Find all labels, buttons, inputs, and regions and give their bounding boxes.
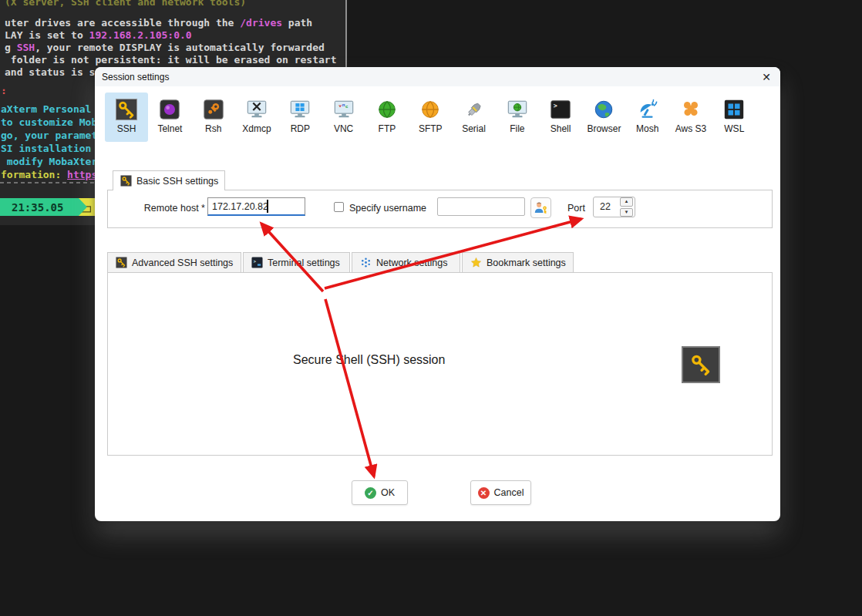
ssh-session-key-icon	[682, 346, 720, 383]
awss3-icon	[679, 98, 702, 121]
terminal-text-segment: :	[1, 85, 7, 96]
ftp-icon	[375, 98, 399, 121]
session-type-wsl[interactable]: WSL	[712, 93, 756, 142]
network-icon	[360, 257, 372, 268]
cancel-label: Cancel	[494, 487, 524, 498]
port-spin-buttons: ▲ ▼	[620, 197, 635, 217]
session-type-label: Aws S3	[675, 123, 706, 134]
tab-label: Advanced SSH settings	[132, 258, 233, 268]
tab-bookmark-settings[interactable]: Bookmark settings	[462, 252, 574, 273]
session-type-rdp[interactable]: RDP	[278, 93, 322, 142]
session-type-ftp[interactable]: FTP	[365, 93, 409, 142]
session-type-file[interactable]: File	[496, 93, 539, 142]
port-stepper[interactable]: 22 ▲ ▼	[593, 197, 635, 217]
terminal-text-segment: folder is not persistent: it will be era…	[5, 54, 336, 66]
session-type-telnet[interactable]: Telnet	[148, 93, 191, 142]
remote-host-input[interactable]: 172.17.20.82	[207, 197, 305, 216]
status-clock-segment: 21:35.05	[0, 198, 87, 216]
terminal-separator	[0, 182, 96, 183]
tab-label: Network settings	[376, 258, 447, 268]
session-description: Secure Shell (SSH) session	[293, 353, 445, 367]
terminal-line: SI installation	[1, 143, 91, 155]
rsh-icon	[202, 98, 225, 121]
terminal-line: go, your paramet	[1, 130, 97, 142]
star-icon	[470, 257, 482, 268]
ok-button[interactable]: ✓ OK	[352, 480, 408, 505]
session-type-label: Xdmcp	[242, 123, 271, 134]
session-type-vnc[interactable]: vncVNC	[322, 93, 365, 142]
rdp-icon	[288, 98, 311, 121]
terminal-text-segment: path	[282, 17, 312, 29]
port-spin-down[interactable]: ▼	[620, 208, 633, 217]
remote-host-value: 172.17.20.82	[212, 201, 268, 212]
terminal-line: folder is not persistent: it will be era…	[5, 54, 336, 66]
terminal-text-segment: SSH	[17, 42, 35, 53]
remote-host-label: Remote host *	[126, 203, 205, 214]
port-value: 22	[594, 197, 620, 217]
tab-advanced-ssh-settings[interactable]: Advanced SSH settings	[107, 252, 241, 273]
file-icon	[506, 98, 529, 121]
dialog-titlebar[interactable]: Session settings ✕	[95, 67, 780, 86]
cancel-button[interactable]: ✕ Cancel	[470, 480, 531, 505]
port-spin-up[interactable]: ▲	[620, 197, 633, 207]
terminal-text-segment: to customize Mob	[1, 116, 97, 128]
cancel-x-icon: ✕	[478, 487, 490, 499]
terminal-text-segment: https	[67, 169, 97, 180]
select-user-button[interactable]	[530, 197, 551, 218]
terminal-scrollbar[interactable]	[345, 0, 347, 68]
wsl-icon	[722, 98, 746, 121]
session-type-browser[interactable]: Browser	[582, 93, 625, 142]
tab-basic-ssh-settings[interactable]: Basic SSH settings	[113, 170, 225, 190]
terminal-line: g SSH, your remote DISPLAY is automatica…	[5, 42, 325, 54]
terminal-text-segment: go, your paramet	[1, 130, 97, 141]
session-type-label: File	[510, 123, 524, 134]
terminal-line: aXterm Personal	[1, 103, 91, 116]
session-type-rsh[interactable]: Rsh	[192, 93, 235, 142]
vnc-icon: vnc	[332, 98, 355, 121]
session-type-label: RDP	[291, 123, 310, 134]
shell-icon: >	[549, 98, 572, 121]
terminal-text-segment: formation:	[1, 169, 67, 180]
terminal-text-segment: SI installation	[1, 143, 91, 154]
close-icon[interactable]: ✕	[762, 72, 771, 82]
session-type-xdmcp[interactable]: Xdmcp	[235, 93, 278, 142]
terminal-text-segment: aXterm Personal	[1, 103, 91, 115]
port-label: Port	[567, 203, 585, 214]
session-type-shell[interactable]: >Shell	[539, 93, 582, 142]
user-key-icon	[534, 200, 548, 215]
text-caret	[267, 200, 268, 213]
terminal-text-segment: 192.168.2.105:0.0	[89, 29, 192, 41]
sftp-icon	[419, 98, 442, 121]
specify-username-checkbox[interactable]	[334, 202, 344, 212]
serial-icon	[463, 98, 486, 121]
mosh-icon	[636, 98, 659, 121]
terminal-text-segment: uter drives are accessible through the	[5, 17, 240, 29]
terminal-line: modify MobaXter	[1, 156, 97, 168]
svg-text:>: >	[554, 102, 557, 109]
telnet-icon	[158, 98, 181, 121]
ok-check-icon: ✓	[365, 487, 376, 499]
session-type-aws-s3[interactable]: Aws S3	[669, 93, 712, 142]
session-settings-dialog: Session settings ✕ SSHTelnetRshXdmcpRDPv…	[95, 67, 780, 521]
tab-label: Terminal settings	[268, 258, 340, 268]
terminal-line: (X server, SSH client and network tools)	[5, 0, 246, 8]
terminal-text-segment: LAY is set to	[5, 29, 89, 41]
session-type-label: Browser	[587, 123, 621, 134]
ssh-key-icon	[120, 175, 132, 187]
session-type-serial[interactable]: Serial	[452, 93, 495, 142]
session-type-sftp[interactable]: SFTP	[409, 93, 452, 142]
session-type-label: Rsh	[205, 123, 221, 134]
tab-label: Basic SSH settings	[136, 176, 218, 187]
session-type-ssh[interactable]: SSH	[105, 93, 148, 142]
keysmall-icon	[116, 257, 127, 268]
session-type-mosh[interactable]: Mosh	[626, 93, 669, 142]
terminal-line: LAY is set to 192.168.2.105:0.0	[5, 29, 192, 42]
terminal-line: to customize Mob	[1, 116, 97, 129]
session-type-label: FTP	[379, 123, 396, 134]
status-time: 21:35.05	[12, 201, 63, 214]
terminal-text-segment: (X server, SSH client and network tools)	[5, 0, 246, 8]
ok-label: OK	[381, 487, 395, 498]
tab-network-settings[interactable]: Network settings	[352, 252, 460, 273]
tab-terminal-settings[interactable]: >Terminal settings	[243, 252, 350, 273]
username-input[interactable]	[437, 197, 525, 216]
